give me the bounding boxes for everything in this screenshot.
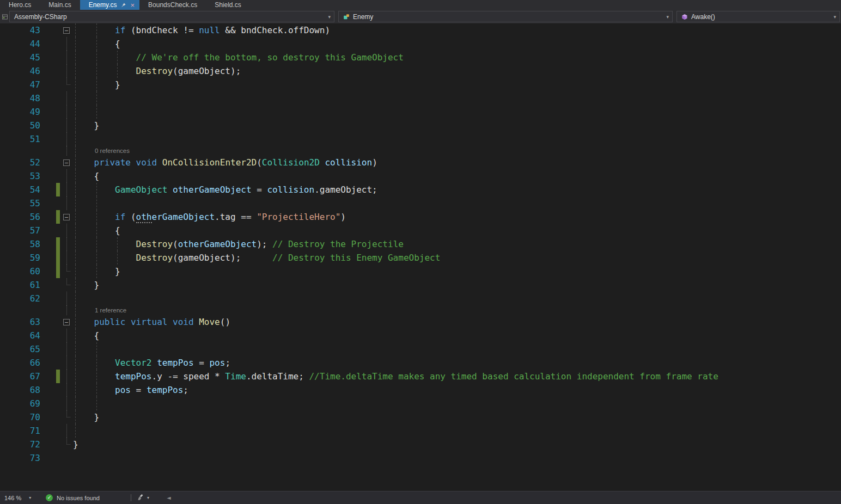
project-dropdown[interactable]: Assembly-CSharp ▾ [9, 11, 334, 22]
code-text[interactable]: { [73, 329, 841, 342]
chevron-down-icon[interactable]: ▾ [833, 14, 836, 20]
tab-main-cs[interactable]: Main.cs [40, 0, 80, 10]
code-line: 70 } [0, 410, 841, 424]
code-cleanup-button[interactable]: ▾ [137, 491, 149, 504]
code-token: ; [225, 358, 230, 368]
code-token: private [94, 157, 131, 168]
indent-guide [75, 196, 76, 210]
line-number: 67 [0, 370, 40, 383]
code-token [73, 385, 115, 395]
code-text[interactable]: { [73, 224, 841, 237]
scrollbar-left-arrow[interactable]: ◄ [167, 491, 171, 504]
code-text[interactable]: } [73, 278, 841, 292]
chevron-down-icon[interactable]: ▾ [147, 495, 149, 500]
code-line: 43– if (bndCheck != null && bndCheck.off… [0, 23, 841, 37]
code-token: //Time.deltaTime makes any timed based c… [309, 371, 718, 382]
type-dropdown[interactable]: Enemy ▾ [338, 11, 673, 22]
code-editor[interactable]: 43– if (bndCheck != null && bndCheck.off… [0, 23, 841, 491]
code-text[interactable]: Destroy(gameObject); [73, 64, 841, 78]
line-number: 64 [0, 329, 40, 342]
tab-shield-cs[interactable]: Shield.cs [206, 0, 250, 10]
tab-label: Enemy.cs [89, 1, 117, 9]
change-tracking-mark [56, 183, 60, 196]
indent-guide [75, 305, 76, 315]
code-text[interactable]: if (bndCheck != null && bndCheck.offDown… [73, 23, 841, 37]
code-text[interactable]: public virtual void Move() [73, 315, 841, 329]
code-text[interactable]: GameObject otherGameObject = collision.g… [73, 183, 841, 196]
type-name: Enemy [353, 13, 373, 21]
editor-bottom-bar: 146 % ▾ ✓ No issues found ▾ ◄ [0, 491, 841, 504]
code-token: pos [209, 358, 225, 368]
zoom-level: 146 % [4, 495, 21, 501]
line-number: 52 [0, 156, 40, 169]
code-line: 49 [0, 105, 841, 119]
indent-guide [96, 196, 97, 210]
codelens-references[interactable]: 0 references [95, 146, 841, 156]
code-text[interactable]: } [73, 119, 841, 132]
tab-enemy-cs[interactable]: Enemy.cs× [80, 0, 139, 10]
code-token: ) [340, 212, 346, 222]
code-token: oth [136, 212, 152, 223]
chevron-down-icon[interactable]: ▾ [29, 495, 31, 500]
code-token: null [199, 25, 220, 35]
code-token: Collision2D [262, 157, 320, 168]
code-text[interactable]: tempPos.y -= speed * Time.deltaTime; //T… [73, 370, 841, 383]
chevron-down-icon[interactable]: ▾ [328, 14, 331, 20]
tab-boundscheck-cs[interactable]: BoundsCheck.cs [139, 0, 206, 10]
code-line: 48 [0, 91, 841, 105]
fold-collapse-toggle[interactable]: – [63, 319, 70, 325]
code-text[interactable]: } [73, 265, 841, 278]
code-token: .deltaTime; [246, 371, 309, 382]
code-text[interactable]: { [73, 169, 841, 183]
code-text[interactable]: if (otherGameObject.tag == "ProjectileHe… [73, 210, 841, 224]
code-token [152, 358, 157, 368]
code-text[interactable]: { [73, 37, 841, 51]
fold-region-guide [66, 37, 67, 51]
codelens-references[interactable]: 1 reference [95, 305, 841, 315]
code-text[interactable]: } [73, 410, 841, 424]
indent-guide [75, 132, 76, 146]
code-text[interactable]: Destroy(gameObject); // Destroy this Ene… [73, 251, 841, 265]
code-line: 59 Destroy(gameObject); // Destroy this … [0, 251, 841, 265]
pin-icon[interactable] [120, 2, 126, 8]
code-text[interactable]: Destroy(otherGameObject); // Destroy the… [73, 237, 841, 251]
code-text[interactable]: // We're off the bottom, so destroy this… [73, 51, 841, 64]
document-health-indicator[interactable]: ✓ No issues found [46, 491, 100, 504]
chevron-down-icon[interactable]: ▾ [666, 14, 669, 20]
line-number: 54 [0, 183, 40, 196]
tab-hero-cs[interactable]: Hero.cs [0, 0, 40, 10]
fold-collapse-toggle[interactable]: – [63, 159, 70, 166]
change-tracking-mark [56, 370, 60, 383]
code-line: 50 } [0, 119, 841, 132]
line-number: 57 [0, 224, 40, 237]
code-text[interactable]: pos = tempPos; [73, 383, 841, 397]
fold-collapse-toggle[interactable]: – [63, 214, 70, 220]
codelens-row: 0 references [0, 146, 841, 156]
project-name: Assembly-CSharp [14, 13, 67, 21]
line-number: 51 [0, 132, 40, 146]
member-dropdown[interactable]: Awake() ▾ [677, 11, 840, 22]
code-token: "ProjectileHero" [257, 212, 340, 222]
code-line: 57 { [0, 224, 841, 237]
code-token: ) [372, 157, 377, 168]
document-tab-bar: Hero.csMain.csEnemy.cs×BoundsCheck.csShi… [0, 0, 841, 10]
code-token: () [220, 317, 230, 327]
code-token: Time [225, 371, 246, 382]
line-number: 73 [0, 451, 40, 465]
code-token [157, 157, 162, 168]
line-number: 43 [0, 23, 40, 37]
fold-region-guide [66, 370, 67, 383]
code-text[interactable]: Vector2 tempPos = pos; [73, 356, 841, 370]
code-line: 65 [0, 342, 841, 356]
code-token: tempPos [115, 371, 151, 382]
code-text[interactable]: } [73, 78, 841, 91]
line-number: 55 [0, 196, 40, 210]
code-text[interactable]: } [73, 438, 841, 451]
fold-region-guide [66, 356, 67, 370]
zoom-control[interactable]: 146 % ▾ [4, 491, 31, 504]
code-line: 73 [0, 451, 841, 465]
tab-label: BoundsCheck.cs [148, 1, 197, 9]
fold-collapse-toggle[interactable]: – [63, 27, 70, 34]
code-text[interactable]: private void OnCollisionEnter2D(Collisio… [73, 156, 841, 169]
close-icon[interactable]: × [130, 2, 135, 9]
